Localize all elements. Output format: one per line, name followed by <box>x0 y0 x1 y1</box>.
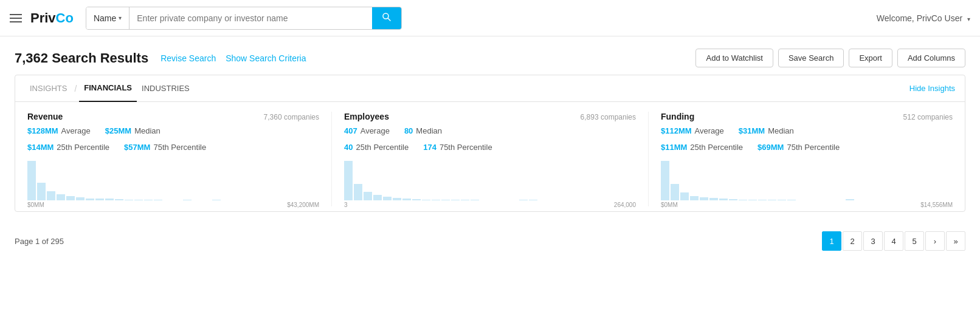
employees-axis-min: 3 <box>344 202 348 208</box>
search-type-label: Name <box>94 13 116 23</box>
bar <box>739 200 747 200</box>
employees-title: Employees <box>344 112 389 121</box>
tab-separator: / <box>74 84 77 93</box>
bar <box>748 200 757 200</box>
employees-p75-label: 75th Percentile <box>440 143 492 152</box>
funding-p75: $69MM 75th Percentile <box>757 143 840 152</box>
bar <box>412 199 421 200</box>
page-5-button[interactable]: 5 <box>905 231 924 251</box>
bar <box>47 191 55 200</box>
revenue-axis-min: $0MM <box>27 202 44 208</box>
search-type-arrow-icon: ▾ <box>119 15 122 21</box>
page-2-button[interactable]: 2 <box>843 231 862 251</box>
funding-axis-min: $0MM <box>661 202 678 208</box>
search-bar: Name ▾ <box>86 7 402 30</box>
bar <box>76 197 85 200</box>
page-info: Page 1 of 295 <box>15 237 64 246</box>
revenue-p25: $14MM 25th Percentile <box>27 143 109 152</box>
hide-insights-button[interactable]: Hide Insights <box>909 84 955 93</box>
employees-average: 407 Average <box>344 126 390 135</box>
funding-axis-max: $14,556MM <box>920 202 953 208</box>
results-header: 7,362 Search Results Revise Search Show … <box>0 36 980 75</box>
bar <box>709 198 718 200</box>
search-button[interactable] <box>372 7 401 29</box>
show-criteria-link[interactable]: Show Search Criteria <box>226 53 306 63</box>
revenue-p25-label: 25th Percentile <box>57 143 109 152</box>
results-actions: Revise Search Show Search Criteria <box>160 53 695 63</box>
welcome-user[interactable]: Welcome, PrivCo User ▾ <box>877 13 970 23</box>
navbar: PrivCo Name ▾ Welcome, PrivCo User ▾ <box>0 0 980 36</box>
hamburger-menu[interactable] <box>10 14 22 22</box>
tab-insights[interactable]: INSIGHTS <box>25 75 72 102</box>
employees-p25: 40 25th Percentile <box>344 143 409 152</box>
page-3-button[interactable]: 3 <box>863 231 883 251</box>
employees-bar-chart: 3 264,000 <box>344 158 636 206</box>
funding-p25-label: 25th Percentile <box>690 143 743 152</box>
funding-title: Funding <box>661 112 694 121</box>
tab-industries[interactable]: INDUSTRIES <box>137 75 195 102</box>
export-button[interactable]: Export <box>849 49 892 67</box>
logo-co: Co <box>56 10 74 25</box>
pagination-area: Page 1 of 295 1 2 3 4 5 › » <box>0 222 980 260</box>
bar <box>471 200 479 200</box>
bar <box>364 192 372 200</box>
bar <box>680 192 689 200</box>
employees-median-label: Median <box>416 126 442 135</box>
bar <box>700 197 708 200</box>
add-watchlist-button[interactable]: Add to Watchlist <box>695 49 773 67</box>
bar <box>441 200 450 200</box>
employees-chart-section: Employees 6,893 companies 407 Average 80… <box>332 112 649 206</box>
bar <box>95 199 104 200</box>
bar <box>393 198 401 200</box>
bar <box>451 200 460 200</box>
employees-p25-value: 40 <box>344 143 353 152</box>
revenue-p25-value: $14MM <box>27 143 53 152</box>
funding-p25: $11MM 25th Percentile <box>661 143 743 152</box>
insights-tabs: INSIGHTS / FINANCIALS INDUSTRIES Hide In… <box>15 75 965 102</box>
search-type-dropdown[interactable]: Name ▾ <box>86 7 129 29</box>
bar <box>719 199 728 200</box>
employees-p75-value: 174 <box>423 143 437 152</box>
bar <box>37 183 46 200</box>
employees-companies: 6,893 companies <box>581 113 636 121</box>
tab-financials[interactable]: FINANCIALS <box>79 75 137 102</box>
bar <box>432 200 440 200</box>
funding-p75-value: $69MM <box>757 143 784 152</box>
revenue-average: $128MM Average <box>27 126 91 135</box>
page-4-button[interactable]: 4 <box>884 231 903 251</box>
bar <box>846 199 854 200</box>
page-1-button[interactable]: 1 <box>822 231 841 251</box>
bar <box>354 184 362 200</box>
funding-companies: 512 companies <box>903 113 953 121</box>
employees-stats-row2: 40 25th Percentile 174 75th Percentile <box>344 143 636 152</box>
revenue-avg-value: $128MM <box>27 126 58 135</box>
add-columns-button[interactable]: Add Columns <box>897 49 965 67</box>
page-last-button[interactable]: » <box>946 231 965 251</box>
bar <box>690 196 699 200</box>
bar <box>661 161 669 200</box>
bar <box>57 194 65 200</box>
revise-search-link[interactable]: Revise Search <box>160 53 216 63</box>
pagination-buttons: 1 2 3 4 5 › » <box>822 231 965 251</box>
page-next-button[interactable]: › <box>925 231 945 251</box>
revenue-p75-value: $57MM <box>124 143 150 152</box>
funding-median-label: Median <box>768 126 794 135</box>
results-count: 7,362 Search Results <box>15 50 148 66</box>
funding-stats-row2: $11MM 25th Percentile $69MM 75th Percent… <box>661 143 953 152</box>
charts-area: Revenue 7,360 companies $128MM Average $… <box>15 102 965 211</box>
welcome-dropdown-icon: ▾ <box>967 16 970 22</box>
bar <box>66 196 75 200</box>
bar <box>125 200 133 200</box>
bar <box>758 200 767 200</box>
bar <box>373 195 382 200</box>
bar <box>519 200 528 200</box>
bar <box>86 199 94 200</box>
bar <box>402 199 411 200</box>
bar <box>115 199 123 200</box>
bar <box>344 161 353 200</box>
search-input[interactable] <box>129 7 372 29</box>
bar <box>768 200 776 200</box>
funding-median: $31MM Median <box>739 126 794 135</box>
revenue-companies: 7,360 companies <box>264 113 319 121</box>
save-search-button[interactable]: Save Search <box>778 49 844 67</box>
